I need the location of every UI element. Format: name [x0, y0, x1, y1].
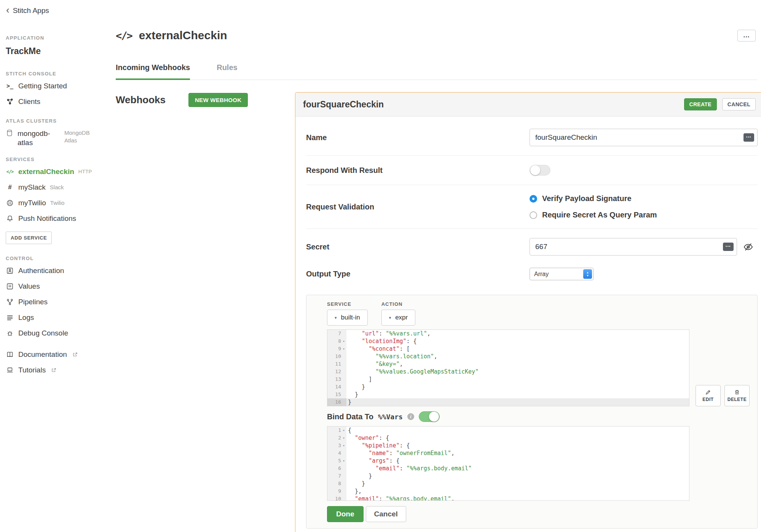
toggle-knob: [429, 412, 439, 422]
function-code-editor[interactable]: 7 "url": "%%vars.url",8▾ "locationImg": …: [327, 329, 689, 406]
secret-field-label: Secret: [306, 243, 530, 251]
name-field-row: Name •••: [306, 120, 758, 156]
external-link-icon: [72, 352, 78, 357]
action-dropdown[interactable]: ▾ expr: [381, 310, 416, 326]
sidebar-item-debug-console[interactable]: Debug Console: [6, 329, 113, 337]
done-button[interactable]: Done: [327, 506, 364, 522]
twilio-icon: [6, 199, 14, 207]
sidebar-item-authentication[interactable]: Authentication: [6, 267, 113, 275]
webhook-panel-header: fourSquareCheckin CREATE CANCEL: [295, 93, 761, 117]
sidebar-item-label: Logs: [18, 313, 34, 322]
expand-input-button[interactable]: •••: [723, 243, 734, 251]
bind-data-toggle[interactable]: [419, 411, 440, 422]
sidebar: APPLICATION TrackMe STITCH CONSOLE >_ Ge…: [0, 0, 116, 382]
slack-icon: #: [6, 184, 14, 191]
sidebar-item-service-push-notifications[interactable]: Push Notifications: [6, 214, 113, 223]
external-link-icon: [51, 367, 56, 373]
create-button[interactable]: CREATE: [684, 98, 717, 110]
sidebar-item-clients[interactable]: Clients: [6, 97, 113, 106]
bind-var-code: %%Vars: [378, 413, 403, 421]
sidebar-item-service-mytwilio[interactable]: myTwilio Twilio: [6, 199, 113, 207]
validation-options: Verify Payload Signature Require Secret …: [530, 194, 657, 219]
pencil-icon: [705, 389, 711, 395]
sidebar-item-tutorials[interactable]: Tutorials: [6, 366, 113, 374]
radio-require-secret-query-param[interactable]: Require Secret As Query Param: [530, 211, 657, 219]
service-action-editor: SERVICE ▾ built-in ACTION ▾ exp: [306, 295, 758, 529]
tab-rules[interactable]: Rules: [217, 63, 237, 80]
sidebar-item-logs[interactable]: Logs: [6, 313, 113, 322]
page-title: externalCheckin: [139, 29, 227, 42]
bind-data-row: Bind Data To %%Vars i: [327, 411, 750, 422]
sidebar-item-documentation[interactable]: Documentation: [6, 350, 113, 359]
webhooks-column: Webhooks NEW WEBHOOK: [116, 92, 295, 107]
sidebar-footer-links: Documentation Tutorials: [6, 350, 113, 374]
code-icon: </>: [116, 30, 132, 42]
action-dropdown-value: expr: [395, 314, 408, 321]
output-type-select[interactable]: Array ▲▼: [530, 268, 593, 280]
cancel-button[interactable]: CANCEL: [722, 98, 756, 110]
editor-cancel-button[interactable]: Cancel: [366, 506, 406, 522]
terminal-icon: >_: [6, 83, 14, 89]
edit-button[interactable]: EDIT: [696, 385, 721, 406]
cluster-name: mongodb-atlas: [18, 129, 60, 147]
sidebar-item-label: Getting Started: [18, 82, 67, 90]
application-section-label: APPLICATION: [6, 35, 113, 41]
sidebar-item-getting-started[interactable]: >_ Getting Started: [6, 82, 113, 90]
sidebar-item-service-externalcheckin[interactable]: </> externalCheckin HTTP: [6, 168, 113, 176]
control-section-label: CONTROL: [6, 256, 113, 261]
auth-user-icon: [6, 267, 14, 275]
hide-secret-icon[interactable]: [743, 242, 753, 252]
secret-input[interactable]: [530, 238, 737, 256]
stitch-console-page: ‹ Stitch Apps APPLICATION TrackMe STITCH…: [0, 0, 761, 532]
toggle-knob: [530, 165, 540, 175]
chevron-down-icon: ▾: [335, 315, 337, 320]
webhook-name-title: fourSquareCheckin: [303, 99, 384, 110]
sidebar-item-cluster[interactable]: mongodb-atlas MongoDB Atlas: [6, 129, 113, 147]
tab-incoming-webhooks[interactable]: Incoming Webhooks: [116, 63, 190, 80]
sidebar-item-label: Values: [18, 282, 40, 291]
logs-list-icon: [6, 314, 14, 321]
output-type-label: Output Type: [306, 270, 530, 278]
sidebar-item-values[interactable]: Values: [6, 282, 113, 291]
radio-label: Verify Payload Signature: [542, 194, 632, 203]
app-name: TrackMe: [6, 46, 113, 56]
name-input[interactable]: [530, 129, 758, 146]
sidebar-item-service-myslack[interactable]: # mySlack Slack: [6, 183, 113, 192]
radio-verify-payload-signature[interactable]: Verify Payload Signature: [530, 194, 657, 203]
service-dropdown-group: SERVICE ▾ built-in: [327, 301, 368, 326]
radio-button[interactable]: [530, 195, 537, 203]
function-editor-row: 7 "url": "%%vars.url",8▾ "locationImg": …: [327, 329, 750, 406]
sidebar-item-label: Clients: [18, 97, 40, 106]
more-options-button[interactable]: ...: [737, 30, 756, 42]
name-input-wrap: •••: [530, 129, 758, 146]
editor-footer-buttons: Done Cancel: [327, 506, 750, 522]
webhook-form: Name ••• Respond With Result: [295, 117, 761, 532]
laptop-icon: [6, 366, 14, 374]
webhooks-heading: Webhooks: [116, 94, 166, 106]
expand-input-button[interactable]: •••: [743, 133, 754, 142]
service-dropdown[interactable]: ▾ built-in: [327, 310, 368, 326]
respond-with-result-toggle[interactable]: [530, 165, 550, 176]
sidebar-item-pipelines[interactable]: Pipelines: [6, 298, 113, 306]
secret-input-wrap: •••: [530, 238, 737, 256]
radio-button[interactable]: [530, 211, 537, 219]
service-name: Push Notifications: [18, 214, 76, 223]
bind-data-label: Bind Data To: [327, 412, 373, 421]
select-stepper-icon: ▲▼: [583, 269, 592, 279]
respond-field-label: Respond With Result: [306, 166, 530, 175]
sidebar-item-label: Debug Console: [18, 329, 68, 337]
clusters-section-label: ATLAS CLUSTERS: [6, 118, 113, 124]
new-webhook-button[interactable]: NEW WEBHOOK: [188, 93, 248, 107]
service-name: mySlack: [18, 183, 46, 192]
page-header: </> externalCheckin ...: [116, 29, 761, 42]
delete-button[interactable]: DELETE: [724, 385, 750, 406]
sidebar-item-label: Authentication: [18, 267, 64, 275]
service-name: externalCheckin: [18, 168, 74, 176]
sidebar-item-label: Documentation: [18, 350, 67, 359]
panel-header-buttons: CREATE CANCEL: [684, 98, 756, 110]
tab-bar: Incoming Webhooks Rules: [116, 63, 758, 80]
code-icon: </>: [6, 169, 14, 174]
bind-data-code-editor[interactable]: 1▾{2▾ "owner": {3▾ "%pipeline": {4 "name…: [327, 426, 689, 501]
cluster-tag: MongoDB Atlas: [64, 129, 99, 147]
add-service-button[interactable]: ADD SERVICE: [6, 232, 52, 244]
